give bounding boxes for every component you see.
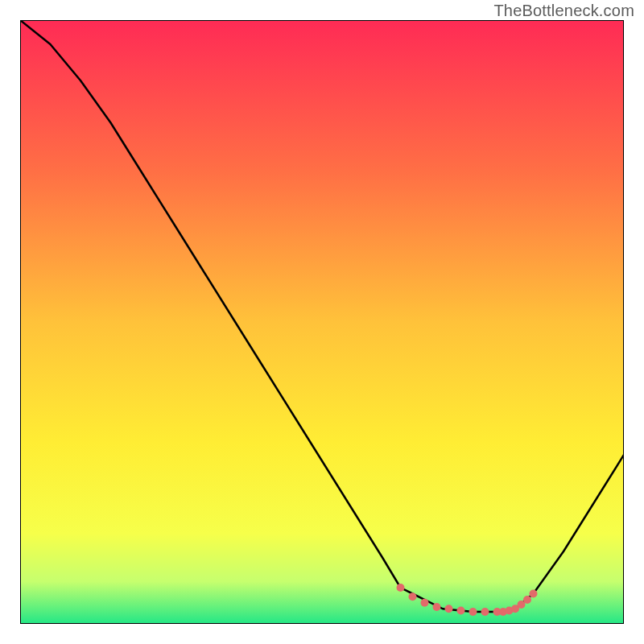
- svg-point-7: [481, 608, 489, 616]
- svg-point-14: [530, 590, 538, 598]
- svg-point-2: [421, 599, 429, 607]
- watermark-text: TheBottleneck.com: [493, 2, 634, 20]
- svg-point-5: [457, 607, 465, 615]
- chart-svg: [20, 20, 624, 624]
- chart-container: TheBottleneck.com: [0, 0, 644, 644]
- svg-point-0: [397, 584, 405, 592]
- svg-point-4: [445, 605, 453, 613]
- gradient-background: [20, 20, 624, 624]
- svg-point-3: [433, 603, 441, 611]
- svg-point-1: [409, 592, 417, 601]
- plot-area: [20, 20, 624, 624]
- svg-point-6: [469, 608, 477, 616]
- svg-point-13: [523, 596, 531, 604]
